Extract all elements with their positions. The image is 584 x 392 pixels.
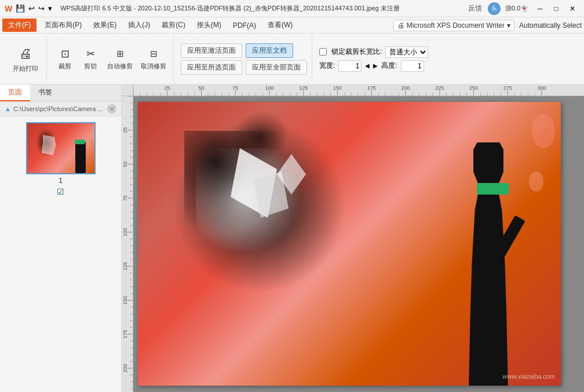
redo-icon[interactable]: ↪ [38, 4, 45, 13]
auto-fix-button[interactable]: ⊞ 自动修剪 [104, 45, 136, 72]
canvas-area: www.xiazaiba.com [122, 85, 584, 392]
auto-fix-label: 自动修剪 [107, 62, 133, 71]
undo-fix-button[interactable]: ⊟ 取消修剪 [137, 45, 170, 72]
lock-crop-checkbox[interactable] [319, 48, 327, 56]
crop-icon: ⊡ [58, 47, 72, 61]
menu-bar-right: 🖨 Microsoft XPS Document Writer ▾ Automa… [393, 20, 582, 31]
canvas-image: www.xiazaiba.com [138, 102, 561, 386]
watermark: www.xiazaiba.com [503, 373, 555, 380]
print-button[interactable]: 🖨 开始打印 [8, 42, 43, 75]
ruler-top-canvas [133, 85, 584, 96]
main-content: 页面 书签 ▲ C:\Users\pc\Pictures\Camera ... … [0, 85, 584, 392]
printer-icon: 🖨 [397, 21, 404, 30]
print-label: 开始打印 [13, 64, 38, 73]
width-stepper-right[interactable]: ▶ [373, 63, 378, 69]
height-label: 高度: [381, 61, 397, 71]
apply-all-button[interactable]: 应用至全部页面 [246, 60, 307, 75]
size-preset-select[interactable]: 普通大小 [385, 46, 428, 58]
save-icon[interactable]: 💾 [16, 4, 25, 13]
page-thumb-container: 1 ☑ [6, 122, 115, 196]
apply-doc-button[interactable]: 应用至文档 [246, 43, 293, 58]
title-text: WPS高级打印 6.5 中文版 - 2020-12-10_152156-迅捷PD… [60, 4, 400, 13]
path-text: C:\Users\pc\Pictures\Camera ... [13, 105, 103, 112]
menu-file[interactable]: 文件(F) [2, 19, 36, 32]
maximize-button[interactable]: □ [549, 3, 563, 14]
toolbar: 🖨 开始打印 ⊡ 裁剪 ✂ 剪切 ⊞ 自动修剪 ⊟ 取消修剪 应用至激活页面 应… [0, 34, 584, 85]
page-thumbnail[interactable] [26, 122, 96, 174]
page-canvas: www.xiazaiba.com [138, 102, 561, 386]
printer-dropdown-icon: ▾ [507, 21, 510, 30]
cut-icon: ✂ [83, 47, 97, 61]
menu-view[interactable]: 查看(W) [262, 18, 298, 32]
title-left: W 💾 ↩ ↪ ▾ WPS高级打印 6.5 中文版 - 2020-12-10_1… [5, 4, 468, 13]
undo-fix-icon: ⊟ [147, 47, 160, 61]
close-button[interactable]: ✕ [565, 3, 579, 14]
sidebar-arrow-icon: ▲ [5, 105, 11, 112]
width-label: 宽度: [319, 61, 335, 71]
size-controls: 锁定裁剪长宽比: 普通大小 宽度: ◀ ▶ 高度: [315, 46, 433, 72]
undo-icon[interactable]: ↩ [28, 4, 35, 13]
sidebar: 页面 书签 ▲ C:\Users\pc\Pictures\Camera ... … [0, 85, 122, 392]
apply-selected-button[interactable]: 应用至所选页面 [181, 60, 242, 75]
sidebar-pages: 1 ☑ [0, 116, 121, 392]
width-stepper-left[interactable]: ◀ [365, 63, 370, 69]
apply-controls: 应用至激活页面 应用至文档 应用至所选页面 应用至全部页面 [176, 36, 312, 82]
ruler-left [122, 96, 133, 392]
menu-head[interactable]: 抠头(M) [191, 18, 227, 32]
page-number: 1 [59, 177, 63, 185]
ruler-top [133, 85, 584, 96]
app-icon: W [5, 4, 12, 13]
menu-icon[interactable]: ▾ [48, 4, 52, 13]
feedback-label[interactable]: 反馈 [468, 3, 482, 13]
sidebar-path: ▲ C:\Users\pc\Pictures\Camera ... ✕ [0, 102, 121, 116]
printer-select[interactable]: 🖨 Microsoft XPS Document Writer ▾ [393, 20, 514, 31]
ruler-corner [122, 85, 133, 96]
apply-active-button[interactable]: 应用至激活页面 [181, 43, 242, 58]
cut-button[interactable]: ✂ 剪切 [78, 45, 103, 72]
menu-insert[interactable]: 插入(J) [122, 18, 156, 32]
sidebar-tab-bookmarks[interactable]: 书签 [30, 85, 60, 101]
height-input[interactable] [401, 60, 424, 72]
sidebar-tabs: 页面 书签 [0, 85, 121, 102]
sidebar-tab-pages[interactable]: 页面 [0, 85, 30, 101]
user-name: 浪0.0👻 [505, 4, 528, 13]
ruler-left-canvas [122, 96, 133, 392]
user-avatar: 头 [488, 2, 501, 15]
path-close-button[interactable]: ✕ [107, 104, 116, 113]
title-bar: W 💾 ↩ ↪ ▾ WPS高级打印 6.5 中文版 - 2020-12-10_1… [0, 0, 584, 17]
title-controls: 反馈 头 浪0.0👻 ─ □ ✕ [468, 2, 579, 15]
width-input[interactable] [338, 60, 362, 72]
page-checkbox[interactable]: ☑ [57, 187, 64, 196]
cut-label: 剪切 [84, 62, 97, 71]
crop-label: 裁剪 [59, 62, 71, 71]
menu-bar: 文件(F) 页面布局(P) 效果(E) 插入(J) 裁剪(C) 抠头(M) PD… [0, 17, 584, 34]
menu-layout[interactable]: 页面布局(P) [39, 18, 87, 32]
menu-crop[interactable]: 裁剪(C) [156, 18, 191, 32]
print-icon: 🖨 [16, 45, 35, 63]
auto-fix-icon: ⊞ [113, 47, 127, 61]
minimize-button[interactable]: ─ [533, 3, 547, 14]
printer-name: Microsoft XPS Document Writer [407, 21, 505, 30]
menu-pdf[interactable]: PDF(A) [227, 19, 262, 32]
toolbar-crop-group: ⊡ 裁剪 ✂ 剪切 ⊞ 自动修剪 ⊟ 取消修剪 [49, 36, 174, 82]
menu-effect[interactable]: 效果(E) [87, 18, 122, 32]
auto-select-label: Automatically Select [519, 21, 582, 30]
lock-crop-label: 锁定裁剪长宽比: [331, 47, 382, 57]
crop-button[interactable]: ⊡ 裁剪 [53, 45, 77, 72]
undo-fix-label: 取消修剪 [141, 62, 166, 71]
toolbar-print-group: 🖨 开始打印 [5, 36, 47, 82]
